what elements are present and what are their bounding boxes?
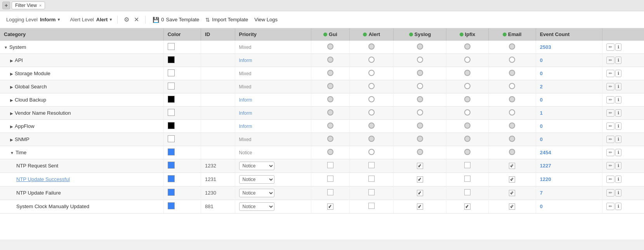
radio-filled[interactable] [327, 70, 333, 76]
checkbox-unchecked[interactable] [464, 162, 470, 168]
radio-filled[interactable] [327, 149, 333, 155]
checkbox-unchecked[interactable] [368, 162, 375, 168]
info-button[interactable]: ℹ [615, 176, 621, 183]
alert-cell[interactable] [350, 106, 394, 119]
radio-filled[interactable] [509, 96, 515, 102]
color-swatch[interactable] [168, 202, 175, 209]
alert-cell[interactable] [350, 146, 394, 159]
radio-empty[interactable] [464, 83, 470, 89]
edit-button[interactable]: ✏ [606, 203, 614, 210]
radio-filled[interactable] [417, 96, 423, 102]
checkbox-unchecked[interactable] [464, 176, 470, 182]
ipfix-cell[interactable] [446, 133, 488, 146]
ipfix-cell[interactable] [446, 41, 488, 54]
edit-button[interactable]: ✏ [606, 70, 614, 77]
checkbox-checked[interactable]: ✓ [417, 163, 423, 169]
syslog-cell[interactable] [394, 133, 446, 146]
color-swatch[interactable] [168, 175, 175, 182]
ipfix-cell[interactable] [446, 80, 488, 93]
checkbox-checked[interactable]: ✓ [509, 163, 515, 169]
priority-cell[interactable]: EmergencyAlertCriticalErrorWarningNotice… [235, 200, 311, 213]
color-cell[interactable] [163, 200, 201, 213]
email-cell[interactable]: ✓ [488, 186, 536, 200]
ipfix-cell[interactable] [446, 53, 488, 67]
checkbox-checked[interactable]: ✓ [417, 190, 423, 196]
radio-filled[interactable] [509, 43, 515, 50]
checkbox-unchecked[interactable] [464, 189, 470, 195]
edit-button[interactable]: ✏ [606, 57, 614, 64]
radio-filled[interactable] [464, 136, 470, 142]
color-cell[interactable] [163, 80, 201, 93]
gui-cell[interactable] [311, 106, 349, 119]
radio-empty[interactable] [368, 57, 375, 63]
email-cell[interactable] [488, 93, 536, 106]
edit-button[interactable]: ✏ [606, 83, 614, 90]
syslog-cell[interactable] [394, 106, 446, 119]
radio-filled[interactable] [464, 43, 470, 50]
syslog-cell[interactable] [394, 41, 446, 54]
radio-filled[interactable] [327, 43, 333, 50]
ipfix-cell[interactable]: ✓ [446, 200, 488, 213]
info-button[interactable]: ℹ [615, 149, 621, 156]
radio-filled[interactable] [327, 57, 333, 63]
save-template-button[interactable]: 💾 0 Save Template [150, 16, 201, 24]
edit-button[interactable]: ✏ [606, 176, 614, 183]
checkbox-checked[interactable]: ✓ [464, 203, 470, 210]
syslog-cell[interactable] [394, 119, 446, 133]
radio-filled[interactable] [368, 122, 375, 129]
alert-cell[interactable] [350, 53, 394, 67]
email-cell[interactable]: ✓ [488, 159, 536, 172]
email-cell[interactable] [488, 133, 536, 146]
color-swatch[interactable] [168, 43, 175, 50]
radio-filled[interactable] [417, 43, 423, 50]
color-cell[interactable] [163, 172, 201, 186]
radio-filled[interactable] [327, 83, 333, 89]
color-swatch[interactable] [168, 148, 175, 155]
gui-cell[interactable] [311, 53, 349, 67]
checkbox-checked[interactable]: ✓ [417, 203, 423, 210]
expand-icon[interactable]: ▶ [10, 124, 13, 129]
color-swatch[interactable] [168, 96, 175, 103]
checkbox-checked[interactable]: ✓ [509, 176, 515, 183]
alert-cell[interactable] [350, 172, 394, 186]
color-cell[interactable] [163, 133, 201, 146]
priority-cell[interactable]: EmergencyAlertCriticalErrorWarningNotice… [235, 172, 311, 186]
radio-filled[interactable] [368, 136, 375, 142]
settings-button[interactable]: ⚙ [122, 15, 131, 24]
collapse-icon[interactable]: ▼ [10, 151, 14, 155]
edit-button[interactable]: ✏ [606, 136, 614, 143]
radio-empty[interactable] [464, 57, 470, 63]
checkbox-checked[interactable]: ✓ [509, 203, 515, 210]
color-swatch[interactable] [168, 69, 175, 76]
priority-select[interactable]: EmergencyAlertCriticalErrorWarningNotice… [239, 189, 274, 197]
radio-filled[interactable] [464, 70, 470, 76]
color-cell[interactable] [163, 106, 201, 119]
syslog-cell[interactable]: ✓ [394, 172, 446, 186]
checkbox-unchecked[interactable] [327, 189, 333, 195]
gui-cell[interactable] [311, 172, 349, 186]
view-logs-button[interactable]: View Logs [252, 16, 280, 23]
priority-select[interactable]: EmergencyAlertCriticalErrorWarningNotice… [239, 162, 274, 170]
radio-filled[interactable] [509, 136, 515, 142]
checkbox-unchecked[interactable] [327, 162, 333, 168]
syslog-cell[interactable]: ✓ [394, 186, 446, 200]
checkbox-unchecked[interactable] [368, 189, 375, 195]
tab-close-icon[interactable]: × [39, 3, 42, 8]
priority-cell[interactable]: EmergencyAlertCriticalErrorWarningNotice… [235, 186, 311, 200]
expand-icon[interactable]: ▶ [10, 85, 13, 89]
color-swatch[interactable] [168, 83, 175, 90]
info-button[interactable]: ℹ [615, 109, 621, 117]
checkbox-unchecked[interactable] [327, 176, 333, 182]
email-cell[interactable] [488, 41, 536, 54]
color-swatch[interactable] [168, 135, 175, 142]
radio-empty[interactable] [368, 70, 375, 76]
color-cell[interactable] [163, 119, 201, 133]
radio-empty[interactable] [368, 109, 375, 116]
ipfix-cell[interactable] [446, 93, 488, 106]
syslog-cell[interactable]: ✓ [394, 159, 446, 172]
add-tab-button[interactable]: + [2, 2, 10, 9]
color-cell[interactable] [163, 159, 201, 172]
radio-filled[interactable] [327, 136, 333, 142]
radio-filled[interactable] [368, 43, 375, 50]
radio-filled[interactable] [417, 136, 423, 142]
